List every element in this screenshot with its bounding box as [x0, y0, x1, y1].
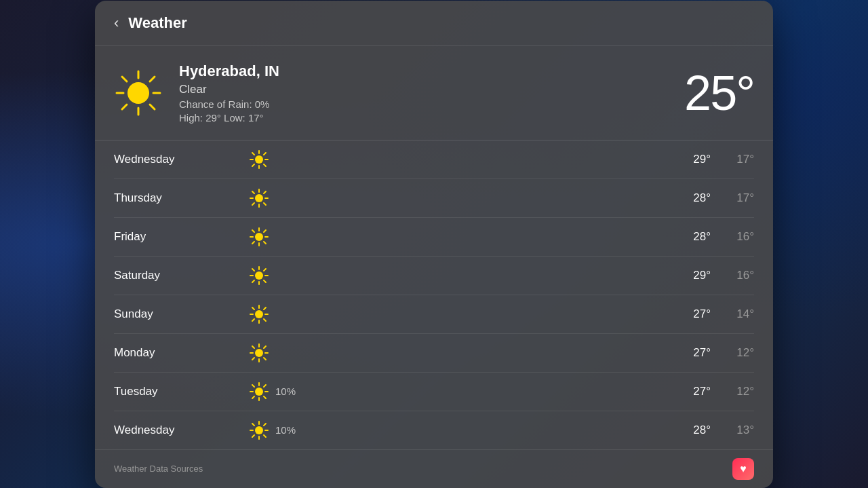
svg-line-61: [264, 346, 266, 348]
temp-low: 12°: [727, 385, 754, 398]
sun-small-icon: [250, 382, 269, 401]
svg-line-52: [264, 307, 266, 309]
day-icon-area: [250, 305, 659, 324]
temp-low: 17°: [727, 191, 754, 205]
panel-header: ‹ Weather: [95, 1, 773, 46]
svg-line-8: [122, 105, 127, 109]
sun-small-icon: [250, 343, 269, 362]
svg-line-79: [264, 424, 266, 426]
day-name: Wednesday: [114, 153, 250, 166]
sun-small-icon: [250, 227, 269, 246]
day-name: Thursday: [114, 191, 250, 205]
current-info: Hyderabad, IN Clear Chance of Rain: 0% H…: [179, 62, 684, 124]
forecast-row: Sunday 27° 14°: [114, 295, 754, 334]
svg-line-71: [252, 396, 254, 398]
back-button[interactable]: ‹: [114, 16, 119, 31]
forecast-row: Saturday 29° 16°: [114, 257, 754, 295]
svg-point-63: [255, 388, 263, 396]
weather-panel: ‹ Weather Hyderabad, IN Clear Chance of …: [95, 1, 773, 488]
svg-point-36: [255, 271, 263, 280]
footer-icon[interactable]: ♥: [732, 458, 754, 480]
temp-low: 12°: [727, 346, 754, 360]
rain-percent: 10%: [275, 386, 296, 397]
svg-line-14: [252, 153, 254, 155]
svg-line-68: [252, 385, 254, 387]
current-temperature: 25°: [684, 65, 754, 121]
temp-high: 28°: [684, 230, 711, 244]
day-icon-area: [250, 150, 659, 169]
svg-line-70: [264, 385, 266, 387]
svg-line-16: [264, 153, 266, 155]
condition-label: Clear: [179, 83, 684, 96]
day-icon-area: [250, 227, 659, 246]
footer: Weather Data Sources ♥: [95, 449, 773, 488]
svg-line-41: [252, 269, 254, 271]
day-name: Monday: [114, 346, 250, 360]
day-name: Saturday: [114, 269, 250, 282]
svg-line-34: [264, 230, 266, 232]
panel-title: Weather: [128, 14, 186, 32]
svg-line-6: [150, 105, 155, 109]
svg-line-24: [264, 203, 266, 205]
high-low: High: 29° Low: 17°: [179, 112, 684, 124]
svg-line-5: [122, 77, 127, 81]
temps: 27° 12°: [659, 385, 754, 398]
temp-high: 27°: [684, 385, 711, 398]
svg-line-53: [252, 319, 254, 321]
forecast-row: Wednesday 29° 17°: [114, 140, 754, 179]
city-name: Hyderabad, IN: [179, 62, 684, 80]
rain-percent: 10%: [275, 424, 296, 436]
svg-point-54: [255, 349, 263, 357]
temps: 27° 12°: [659, 346, 754, 360]
svg-line-59: [252, 346, 254, 348]
day-icon-area: [250, 266, 659, 285]
temps: 29° 17°: [659, 153, 754, 166]
temp-high: 27°: [684, 307, 711, 321]
temp-low: 14°: [727, 307, 754, 321]
svg-point-45: [255, 310, 263, 318]
day-icon-area: 10%: [250, 421, 659, 440]
sun-large-icon: [114, 69, 163, 117]
sun-small-icon: [250, 305, 269, 324]
svg-line-26: [252, 203, 254, 205]
forecast-row: Wednesday 10% 28° 13°: [114, 411, 754, 449]
svg-line-23: [252, 191, 254, 193]
svg-point-27: [255, 233, 263, 241]
day-name: Wednesday: [114, 424, 250, 437]
sun-small-icon: [250, 189, 269, 208]
temp-high: 28°: [684, 424, 711, 437]
svg-line-77: [252, 424, 254, 426]
svg-line-51: [264, 319, 266, 321]
svg-line-42: [264, 280, 266, 282]
svg-point-9: [255, 155, 263, 164]
svg-line-7: [150, 77, 155, 81]
svg-line-32: [252, 230, 254, 232]
svg-line-50: [252, 307, 254, 309]
day-name: Sunday: [114, 307, 250, 321]
svg-line-69: [264, 396, 266, 398]
svg-line-35: [252, 242, 254, 244]
svg-line-62: [252, 358, 254, 360]
day-icon-area: [250, 343, 659, 362]
temp-low: 16°: [727, 269, 754, 282]
day-name: Friday: [114, 230, 250, 244]
temp-low: 17°: [727, 153, 754, 166]
temp-high: 27°: [684, 346, 711, 360]
temps: 29° 16°: [659, 269, 754, 282]
temp-high: 28°: [684, 191, 711, 205]
svg-line-33: [264, 242, 266, 244]
forecast-list: Wednesday 29° 17° Thursday: [95, 140, 773, 449]
sun-small-icon: [250, 421, 269, 440]
forecast-row: Tuesday 10% 27° 12°: [114, 373, 754, 411]
svg-line-25: [264, 191, 266, 193]
day-icon-area: 10%: [250, 382, 659, 401]
sun-small-icon: [250, 266, 269, 285]
temp-high: 29°: [684, 153, 711, 166]
temp-high: 29°: [684, 269, 711, 282]
svg-line-60: [264, 358, 266, 360]
temps: 28° 17°: [659, 191, 754, 205]
temp-low: 13°: [727, 424, 754, 437]
forecast-row: Friday 28° 16°: [114, 218, 754, 257]
svg-line-43: [264, 269, 266, 271]
svg-line-78: [264, 435, 266, 437]
